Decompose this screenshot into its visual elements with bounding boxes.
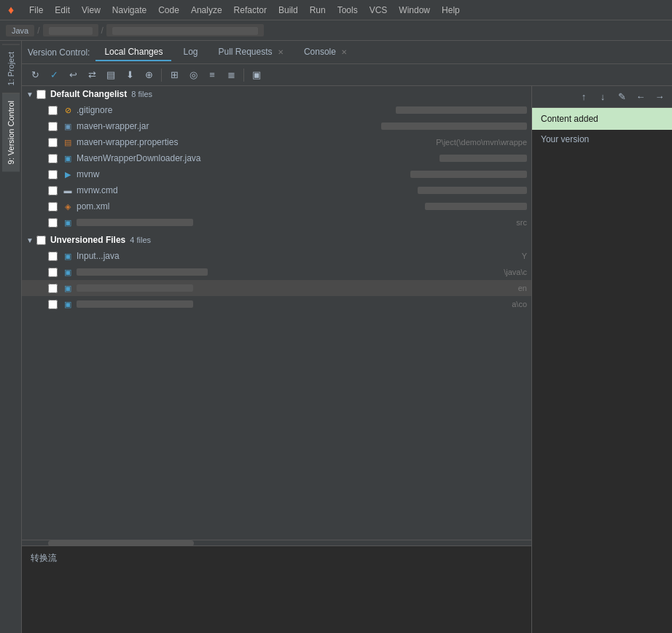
file-item-unversioned-3[interactable]: ▣ en (22, 280, 531, 296)
menu-bar: ♦ File Edit View Navigate Code Analyze R… (0, 0, 672, 20)
menu-build[interactable]: Build (273, 4, 304, 17)
scrollbar-area (22, 540, 531, 545)
expand-all-btn[interactable]: ≡ (203, 66, 221, 84)
vc-label: Version Control: (28, 47, 90, 58)
unversioned-changelist-name: Unversioned Files (50, 235, 125, 245)
file-checkbox-unversioned-4[interactable] (48, 300, 58, 309)
file-checkbox-mvnw[interactable] (48, 170, 58, 179)
file-checkbox-unversioned-2[interactable] (48, 268, 58, 277)
toolbar-sep-2 (243, 69, 244, 82)
default-changelist-checkbox[interactable] (36, 90, 46, 99)
plus-btn[interactable]: ⊕ (140, 66, 157, 84)
group-btn[interactable]: ⊞ (165, 66, 183, 84)
sidebar-tab-project[interactable]: 1: Project (2, 44, 20, 93)
file-name-mvnw-cmd: mvnw.cmd (77, 185, 418, 195)
log-text: 转换流 (31, 553, 57, 563)
file-path-unversioned-1: Y (522, 252, 527, 260)
menu-run[interactable]: Run (304, 4, 332, 17)
file-checkbox-maven-props[interactable] (48, 138, 58, 147)
app-icon: ♦ (3, 2, 19, 18)
file-item-blurred-src[interactable]: ▣ src (22, 214, 531, 230)
menu-help[interactable]: Help (436, 4, 466, 17)
default-changelist-header[interactable]: ▼ Default Changelist 8 files (22, 86, 531, 102)
unversioned-section: ▼ Unversioned Files 4 files ▣ Input...ja… (22, 232, 531, 312)
file-checkbox-maven-jar[interactable] (48, 122, 58, 131)
file-icon-maven-props: ▤ (62, 136, 74, 148)
console-close-icon[interactable]: ✕ (341, 48, 347, 56)
menu-vcs[interactable]: VCS (364, 4, 394, 17)
menu-refactor[interactable]: Refactor (228, 4, 273, 17)
file-checkbox-mvnw-cmd[interactable] (48, 186, 58, 195)
menu-view[interactable]: View (76, 4, 106, 17)
file-checkbox-gitignore[interactable] (48, 106, 58, 115)
file-item-pom[interactable]: ◈ pom.xml (22, 198, 531, 214)
breadcrumb-2[interactable] (43, 24, 98, 36)
file-checkbox-blurred-src[interactable] (48, 218, 58, 228)
file-list: ▼ Default Changelist 8 files ⊘ .gitignor… (22, 86, 531, 540)
panel-btn[interactable]: ▣ (248, 66, 265, 84)
file-icon-unversioned-2: ▣ (62, 266, 74, 278)
refresh-btn[interactable]: ↻ (26, 66, 44, 84)
unversioned-changelist-header[interactable]: ▼ Unversioned Files 4 files (22, 232, 531, 248)
file-checkbox-unversioned-1[interactable] (48, 252, 58, 261)
file-checkbox-downloader[interactable] (48, 154, 58, 163)
breadcrumb-3[interactable] (106, 24, 264, 36)
pull-requests-close-icon[interactable]: ✕ (278, 48, 284, 56)
file-name-maven-props: maven-wrapper.properties (77, 137, 430, 147)
file-item-unversioned-1[interactable]: ▣ Input...java Y (22, 248, 531, 264)
log-area: 转换流 (22, 545, 531, 633)
file-path-unversioned-4: a\co (512, 300, 527, 308)
file-checkbox-pom[interactable] (48, 202, 58, 211)
diff-down-btn[interactable]: ↓ (595, 89, 611, 105)
tab-log[interactable]: Log (174, 44, 206, 61)
file-item-unversioned-2[interactable]: ▣ \java\c (22, 264, 531, 280)
file-name-downloader: MavenWrapperDownloader.java (77, 153, 439, 163)
breadcrumb-java[interactable]: Java (6, 25, 34, 36)
eye-btn[interactable]: ◎ (184, 66, 202, 84)
move-btn[interactable]: ⇄ (83, 66, 101, 84)
file-icon-unversioned-4: ▣ (62, 298, 74, 310)
file-item-downloader[interactable]: ▣ MavenWrapperDownloader.java (22, 150, 531, 166)
diff-forward-btn[interactable]: → (652, 89, 668, 105)
file-name-maven-jar: maven-wrapper.jar (77, 121, 381, 131)
download-btn[interactable]: ⬇ (121, 66, 138, 84)
file-item-unversioned-4[interactable]: ▣ a\co (22, 296, 531, 312)
split-content: ▼ Default Changelist 8 files ⊘ .gitignor… (22, 86, 672, 633)
diff-toolbar: ↑ ↓ ✎ ← → (532, 86, 672, 108)
diff-content: Content added Your version (532, 108, 672, 633)
menu-code[interactable]: Code (152, 4, 185, 17)
file-item-mvnw-cmd[interactable]: ▬ mvnw.cmd (22, 182, 531, 198)
menu-tools[interactable]: Tools (332, 4, 364, 17)
file-icon-unversioned-1: ▣ (62, 250, 74, 262)
diff-up-btn[interactable]: ↑ (576, 89, 592, 105)
check-btn[interactable]: ✓ (45, 66, 63, 84)
tab-local-changes[interactable]: Local Changes (95, 44, 171, 61)
file-name-gitignore: .gitignore (77, 105, 396, 115)
diff-your-version-label: Your version (532, 130, 672, 149)
file-item-gitignore[interactable]: ⊘ .gitignore (22, 102, 531, 118)
diff-btn[interactable]: ▤ (102, 66, 120, 84)
diff-back-btn[interactable]: ← (633, 89, 649, 105)
collapse-all-btn[interactable]: ≣ (222, 66, 240, 84)
file-name-pom: pom.xml (77, 201, 425, 211)
rollback-btn[interactable]: ↩ (64, 66, 82, 84)
unversioned-changelist-checkbox[interactable] (36, 236, 46, 245)
menu-file[interactable]: File (23, 4, 49, 17)
menu-navigate[interactable]: Navigate (106, 4, 152, 17)
expand-arrow-default: ▼ (26, 90, 34, 98)
menu-analyze[interactable]: Analyze (185, 4, 228, 17)
diff-content-added-label: Content added (532, 108, 672, 130)
menu-edit[interactable]: Edit (49, 4, 76, 17)
file-item-maven-jar[interactable]: ▣ maven-wrapper.jar (22, 118, 531, 134)
file-item-maven-props[interactable]: ▤ maven-wrapper.properties P\ject(\demo\… (22, 134, 531, 150)
file-item-mvnw[interactable]: ▶ mvnw (22, 166, 531, 182)
tab-pull-requests[interactable]: Pull Requests ✕ (209, 44, 292, 61)
sidebar-tab-version-control[interactable]: 9: Version Control (2, 93, 20, 171)
file-icon-unversioned-3: ▣ (62, 282, 74, 294)
tab-console[interactable]: Console ✕ (295, 44, 356, 61)
menu-window[interactable]: Window (393, 4, 436, 17)
diff-panel: ↑ ↓ ✎ ← → Content added Your version (532, 86, 672, 633)
file-checkbox-unversioned-3[interactable] (48, 284, 58, 293)
file-name-mvnw: mvnw (77, 169, 410, 179)
diff-edit-btn[interactable]: ✎ (614, 89, 630, 105)
